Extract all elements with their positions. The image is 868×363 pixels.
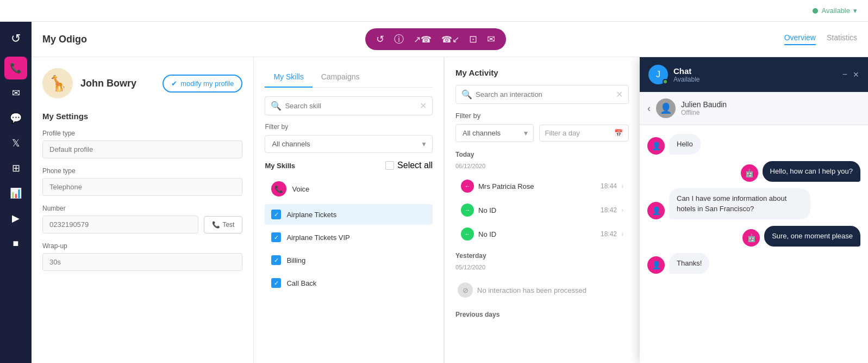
page-header: My Odigo ↺ ⓘ ↗☎ ☎↙ ⊡ ✉ Overview Statisti… [32,22,868,57]
message-bubble-3: Can I have some information about hotels… [669,188,810,219]
sidebar-chart-btn[interactable]: 📊 [4,182,27,205]
skills-list-header: My Skills Select all [265,161,433,170]
sidebar-stop-btn[interactable]: ■ [4,232,27,255]
chevron-down-icon: ▾ [853,7,857,15]
activity-filter-row: All channels ▼ Filter a day 📅 [455,124,629,142]
activity-panel: My Activity 🔍 ✕ Filter by All channels [445,57,640,363]
modify-profile-button[interactable]: ✔ modify my profile [163,75,242,93]
back-arrow-icon[interactable]: ‹ [647,103,651,114]
chat-close-button[interactable]: ✕ [853,70,859,79]
page-tabs: Overview Statistics [784,33,857,45]
skills-panel: My Skills Campaigns 🔍 ✕ Filter by [254,57,444,363]
sidebar-logo-btn[interactable]: ↺ [4,27,27,50]
skills-channel-select[interactable]: All channels [265,135,433,153]
tab-statistics[interactable]: Statistics [827,33,857,45]
search-icon: 🔍 [461,89,472,100]
info-toolbar-btn[interactable]: ⓘ [394,33,404,46]
date-filter[interactable]: Filter a day 📅 [539,125,629,141]
wrapup-group: Wrap-up [42,242,242,271]
activity-channel-select[interactable]: All channels [455,124,534,142]
message-toolbar-btn[interactable]: ✉ [487,33,495,45]
contact-avatar: 👤 [656,99,676,118]
user-profile-header: 🦒 John Bowry ✔ modify my profile [42,68,242,99]
message-row-1: 👤 Hello [647,134,860,155]
profile-type-input[interactable] [42,140,242,158]
wrapup-label: Wrap-up [42,242,242,250]
skills-tabs: My Skills Campaigns [265,68,433,88]
number-input[interactable] [42,216,198,233]
activity-filter-label: Filter by [455,112,629,120]
contact-name: Julien Baudin [681,100,860,109]
sidebar-chat-btn[interactable]: 💬 [4,107,27,130]
message-row-3: 👤 Can I have some information about hote… [647,188,860,219]
skill-checkbox-vip: ✓ [271,232,281,242]
transfer-toolbar-btn[interactable]: ⊡ [469,33,477,45]
bot-msg-avatar-4: 🤖 [742,229,760,247]
tab-campaigns[interactable]: Campaigns [313,68,369,87]
bot-msg-avatar-2: 🤖 [741,164,758,182]
chevron-right-icon: › [621,230,623,238]
message-bubble-5: Thanks! [669,253,709,274]
clear-activity-search-icon[interactable]: ✕ [616,89,623,100]
test-button[interactable]: 📞 Test [204,216,242,233]
phone-interaction-icon: ← [461,180,474,193]
tab-my-skills[interactable]: My Skills [265,68,312,88]
skills-search-input[interactable] [285,102,416,110]
today-date: 06/12/2020 [455,163,629,169]
phone-type-label: Phone type [42,167,242,175]
skills-list-title: My Skills [265,162,295,170]
skills-channel-filter: All channels ▼ [265,135,433,153]
chat-contact-area: ‹ 👤 Julien Baudin Offline [640,92,868,125]
skill-checkbox-callback: ✓ [271,278,281,288]
refresh-toolbar-btn[interactable]: ↺ [376,33,384,45]
chat-avatar: J [648,65,668,84]
activity-search-container: 🔍 ✕ [455,85,629,104]
top-bar: Available ▾ [0,0,868,22]
skill-item-airplane-vip[interactable]: ✓ Airplane Tickets VIP [265,227,433,248]
chat-panel: J Chat Available − ✕ [640,57,868,363]
interaction-patricia-rose[interactable]: ← Mrs Patricia Rose 18:44 › [455,175,629,198]
skill-item-voice[interactable]: 📞 Voice [265,176,433,202]
phone-type-input[interactable] [42,178,242,196]
skill-item-callback[interactable]: ✓ Call Back [265,273,433,293]
message-row-4: Sure, one moment please 🤖 [647,226,860,247]
chevron-right-icon: › [621,206,623,214]
profile-type-group: Profile type [42,130,242,158]
chat-status: Available [673,76,837,83]
arrow-left-icon: ← [465,231,471,237]
sidebar-email-btn[interactable]: ✉ [4,82,27,104]
whatsapp-interaction-icon-2: ← [461,227,474,241]
skill-item-billing[interactable]: ✓ Billing [265,250,433,270]
interaction-no-id-2[interactable]: ← No ID 18:42 › [455,223,629,245]
avatar: 🦒 [42,68,73,99]
activity-search-input[interactable] [476,90,613,99]
arrow-right-icon: → [465,207,471,213]
call-in-toolbar-btn[interactable]: ☎↙ [441,34,459,45]
sidebar-video-btn[interactable]: ▶ [4,207,27,230]
status-indicator[interactable]: Available ▾ [813,7,857,15]
call-out-toolbar-btn[interactable]: ↗☎ [414,34,432,45]
activity-title: My Activity [455,68,629,77]
chat-header: J Chat Available − ✕ [640,57,868,92]
message-bubble-1: Hello [669,134,701,155]
message-bubble-4: Sure, one moment please [764,226,860,247]
skill-item-airplane-tickets[interactable]: ✓ Airplane Tickets [265,204,433,225]
wrapup-input[interactable] [42,253,242,271]
profile-type-label: Profile type [42,130,242,137]
checkmark-icon: ✔ [171,79,177,88]
number-group: Number 📞 Test [42,205,242,233]
tab-overview[interactable]: Overview [784,33,816,45]
sidebar: ↺ 📞 ✉ 💬 𝕏 ⊞ 📊 ▶ ■ [0,22,32,363]
select-all-checkbox[interactable] [385,161,394,170]
sidebar-grid-btn[interactable]: ⊞ [4,157,27,180]
select-all-container: Select all [385,161,433,170]
skill-checkbox-airplane: ✓ [271,210,281,219]
clear-search-icon[interactable]: ✕ [420,101,427,111]
interaction-name-patricia: Mrs Patricia Rose [478,182,596,190]
no-interaction-message: ⊘ No interaction has been processed [455,276,629,304]
sidebar-phone-btn[interactable]: 📞 [4,57,27,79]
contact-info: Julien Baudin Offline [681,100,860,116]
chat-minimize-button[interactable]: − [842,70,847,79]
interaction-no-id-1[interactable]: → No ID 18:42 › [455,199,629,222]
sidebar-twitter-btn[interactable]: 𝕏 [4,132,27,155]
